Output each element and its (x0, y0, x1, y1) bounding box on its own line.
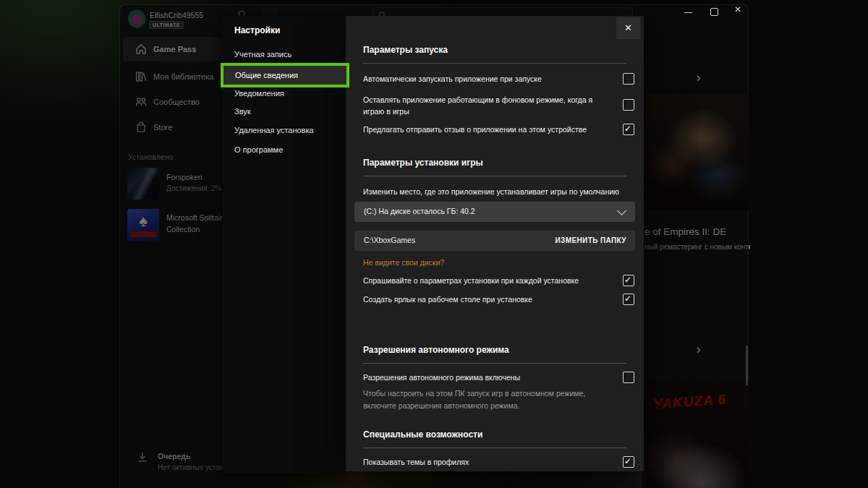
section-header-launch: Параметры запуска (363, 45, 448, 55)
checkbox-profile-themes[interactable] (623, 456, 634, 468)
dialog-close-button[interactable]: ✕ (616, 17, 640, 39)
checkbox-feedback[interactable] (623, 124, 634, 135)
drive-select-value: (C:) На диске осталось ГБ: 40.2 (364, 207, 475, 215)
section-header-accessibility: Специальные возможности (363, 429, 482, 440)
desktop: ✕ ElfishCrib49555 ULTIMATE Game Pass Моя… (0, 0, 868, 488)
minimize-button[interactable] (681, 6, 697, 16)
setting-label: Автоматически запускать приложение при з… (363, 74, 542, 83)
settings-menu-item-remote-install[interactable]: Удаленная установка (234, 126, 314, 134)
divider (363, 176, 626, 176)
divider (363, 63, 626, 64)
install-path-bar: C:\XboxGames ИЗМЕНИТЬ ПАПКУ (354, 231, 635, 251)
change-folder-button[interactable]: ИЗМЕНИТЬ ПАПКУ (555, 236, 626, 244)
checkbox-ask-options[interactable] (623, 275, 634, 286)
settings-menu-item-general-label: Общие сведения (235, 71, 298, 80)
divider (363, 448, 626, 448)
setting-label: Оставлять приложение работающим в фоново… (363, 94, 605, 118)
settings-menu-item-about[interactable]: О программе (234, 145, 283, 154)
drives-help-link[interactable]: Не видите свои диски? (363, 258, 444, 267)
settings-menu-item-notifications[interactable]: Уведомления (234, 89, 284, 98)
drive-select[interactable]: (C:) На диске осталось ГБ: 40.2 (354, 202, 635, 222)
checkbox-offline-permissions[interactable] (623, 372, 634, 383)
window-close-button[interactable]: ✕ (730, 3, 746, 16)
settings-menu-item-account[interactable]: Учетная запись (234, 50, 292, 59)
setting-label: Спрашивайте о параметрах установки при к… (363, 276, 579, 285)
setting-label: Разрешения автономного режима включены (363, 373, 520, 382)
setting-label: Показывать темы в профилях (363, 458, 469, 466)
checkbox-desktop-shortcut[interactable] (623, 294, 634, 305)
checkbox-autostart[interactable] (623, 73, 634, 85)
setting-label: Создать ярлык на рабочем столе при устан… (363, 295, 532, 304)
offline-note: Чтобы настроить на этом ПК запуск игр в … (363, 388, 605, 413)
settings-menu-title: Настройки (234, 25, 280, 35)
settings-dialog: ✕ Параметры запуска Автоматически запуск… (346, 16, 644, 471)
chevron-down-icon (617, 206, 626, 215)
install-location-label: Изменить место, где это приложение устан… (363, 187, 619, 196)
divider (363, 363, 626, 364)
maximize-button[interactable] (707, 7, 723, 17)
setting-label: Предлагать отправить отзыв о приложении … (363, 125, 587, 134)
install-path-value: C:\XboxGames (364, 236, 415, 244)
settings-menu-item-general-selected[interactable]: Общие сведения (221, 63, 349, 87)
settings-menu-item-sound[interactable]: Звук (234, 107, 251, 116)
section-header-install: Параметры установки игры (363, 158, 483, 168)
section-header-offline: Разрешения автономного режима (363, 345, 509, 355)
checkbox-background[interactable] (623, 99, 634, 111)
